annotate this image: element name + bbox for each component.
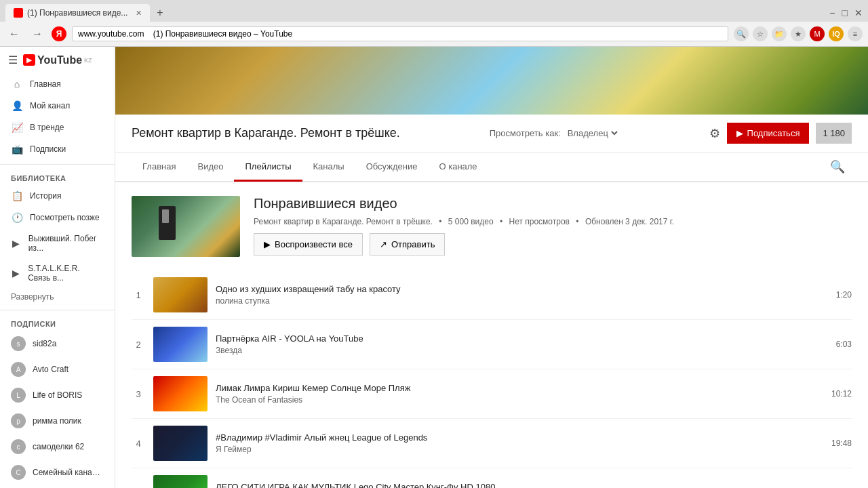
- sidebar-item-history[interactable]: 📋 История: [0, 185, 115, 207]
- browser-iq-icon[interactable]: IQ: [829, 26, 844, 41]
- video-channel-1: Звезда: [216, 346, 828, 355]
- yandex-icon[interactable]: Я: [52, 26, 66, 41]
- tab-channels[interactable]: Каналы: [302, 153, 355, 182]
- video-thumb-text-4: [153, 475, 208, 488]
- main-content: Ремонт квартир в Караганде. Ремонт в трё…: [115, 47, 868, 488]
- back-btn[interactable]: ←: [5, 26, 23, 41]
- video-duration-1: 6:03: [836, 340, 852, 349]
- channel-search-icon[interactable]: 🔍: [823, 152, 852, 181]
- history-icon: 📋: [11, 190, 23, 201]
- video-item-0[interactable]: 1 Одно из худших извращений табу на крас…: [132, 270, 852, 320]
- browser-menu-btn[interactable]: ≡: [848, 26, 863, 41]
- browser-action-icons: 🔍 ☆ 📁 ★ М IQ ≡: [734, 26, 863, 41]
- subscription-list: s sid82a A Avto Craft L Life of BORIS р …: [0, 331, 115, 488]
- sidebar-item-sub-6[interactable]: Ж Живет мужик в дере...: [0, 485, 115, 488]
- subscribe-btn[interactable]: ▶ Подписаться: [727, 123, 810, 144]
- video-item-4[interactable]: 5 ЛЕГО СИТИ ИГРА КАК МУЛЬТИК Lego City М…: [132, 468, 852, 488]
- hamburger-icon[interactable]: ☰: [8, 54, 18, 66]
- expand-btn[interactable]: Развернуть: [0, 288, 115, 306]
- channel-settings-icon[interactable]: ⚙: [709, 126, 720, 141]
- tab-close-btn[interactable]: ✕: [136, 9, 142, 18]
- video-num-1: 2: [132, 340, 145, 350]
- playlist-video-count: 5 000 видео: [448, 217, 502, 226]
- play-all-btn[interactable]: ▶ Воспроизвести все: [254, 233, 363, 256]
- close-btn[interactable]: ✕: [854, 7, 863, 18]
- video-duration-2: 10:12: [831, 389, 852, 399]
- sub-icon-0: s: [11, 336, 26, 351]
- video-item-3[interactable]: 4 #Владимир #Vladimir Алый жнец League o…: [132, 419, 852, 468]
- video-duration-3: 19:48: [831, 439, 852, 448]
- browser-user-icon[interactable]: М: [810, 26, 825, 41]
- playlist-1-icon: ▶: [11, 238, 22, 249]
- video-thumb-text-0: [153, 277, 208, 312]
- browser-action-3[interactable]: 📁: [772, 26, 787, 41]
- send-btn[interactable]: ↗ Отправить: [370, 233, 445, 256]
- sidebar-item-sub-2[interactable]: L Life of BORIS: [0, 382, 115, 408]
- video-list: 1 Одно из худших извращений табу на крас…: [115, 270, 868, 488]
- video-channel-3: Я Геймер: [216, 445, 823, 454]
- channel-actions: ⚙ ▶ Подписаться 1 180: [709, 123, 852, 144]
- tab-bar: (1) Понравившиеся виде... ✕ + − □ ✕: [0, 0, 868, 22]
- sub-label-1: Avto Craft: [33, 365, 104, 374]
- video-item-2[interactable]: 3 Лимак Лимра Кириш Кемер Солнце Море Пл…: [132, 369, 852, 419]
- video-title-1: Партнёрка AIR - YOOLA на YouTube: [216, 333, 828, 344]
- sidebar-item-playlist-1[interactable]: ▶ Выживший. Побег из...: [0, 228, 115, 258]
- sidebar-item-my-channel[interactable]: 👤 Мой канал: [0, 95, 115, 117]
- tab-discussion[interactable]: Обсуждение: [355, 153, 429, 182]
- video-details-3: #Владимир #Vladimir Алый жнец League of …: [216, 432, 823, 454]
- maximize-btn[interactable]: □: [842, 7, 848, 18]
- video-channel-2: The Ocean of Fantasies: [216, 395, 823, 405]
- yt-logo-icon: ▶: [23, 54, 35, 66]
- minimize-btn[interactable]: −: [829, 7, 835, 18]
- video-thumb-4: [153, 475, 208, 488]
- sidebar-item-sub-0[interactable]: s sid82a: [0, 331, 115, 357]
- sidebar-item-sub-3[interactable]: р римма полик: [0, 408, 115, 434]
- video-num-3: 4: [132, 439, 145, 449]
- forward-btn[interactable]: →: [28, 26, 46, 41]
- new-tab-btn[interactable]: +: [153, 5, 167, 20]
- subscriptions-icon: 📺: [11, 144, 23, 155]
- subscriber-count: 1 180: [816, 123, 852, 144]
- sub-icon-3: р: [11, 413, 26, 428]
- video-details-2: Лимак Лимра Кириш Кемер Солнце Море Пляж…: [216, 383, 823, 405]
- sidebar-item-sub-5[interactable]: С Семейный канал Рум...: [0, 460, 115, 485]
- send-icon: ↗: [380, 239, 387, 249]
- tab-home[interactable]: Главная: [132, 153, 186, 182]
- playlist-thumb-image: [132, 196, 240, 257]
- video-num-0: 1: [132, 290, 145, 300]
- subscribe-icon: ▶: [736, 128, 743, 138]
- video-duration-0: 1:20: [836, 290, 852, 300]
- watch-later-icon: 🕐: [11, 212, 23, 223]
- video-channel-0: полина ступка: [216, 296, 828, 306]
- sub-label-3: римма полик: [33, 416, 104, 426]
- sidebar-item-sub-1[interactable]: A Avto Craft: [0, 357, 115, 382]
- browser-action-2[interactable]: ☆: [753, 26, 768, 41]
- sub-icon-4: с: [11, 439, 26, 454]
- tab-about[interactable]: О канале: [428, 153, 488, 182]
- sidebar-item-trending[interactable]: 📈 В тренде: [0, 117, 115, 138]
- video-title-0: Одно из худших извращений табу на красот…: [216, 284, 828, 294]
- address-input[interactable]: [72, 26, 728, 41]
- tab-playlists[interactable]: Плейлисты: [234, 153, 302, 182]
- sidebar-item-watch-later[interactable]: 🕐 Посмотреть позже: [0, 207, 115, 228]
- playlist-header: Понравившиеся видео Ремонт квартир в Кар…: [115, 182, 868, 270]
- sidebar-item-playlist-2[interactable]: ▶ S.T.A.L.K.E.R. Связь в...: [0, 258, 115, 288]
- yt-logo[interactable]: ▶ YouTube KZ: [23, 54, 92, 66]
- video-item-1[interactable]: 2 Партнёрка AIR - YOOLA на YouTube Звезд…: [132, 320, 852, 369]
- tab-videos[interactable]: Видео: [186, 153, 234, 182]
- sidebar: ☰ ▶ YouTube KZ ⌂ Главная 👤 Мой канал 📈 В…: [0, 47, 115, 488]
- playlist-thumb-figure: [159, 206, 176, 240]
- sub-label-2: Life of BORIS: [33, 390, 104, 400]
- sub-icon-5: С: [11, 465, 26, 480]
- library-section-title: БИБЛИОТЕКА: [0, 169, 115, 185]
- sidebar-item-home[interactable]: ⌂ Главная: [0, 73, 115, 95]
- sidebar-item-subscriptions[interactable]: 📺 Подписки: [0, 138, 115, 160]
- browser-action-4[interactable]: ★: [791, 26, 806, 41]
- active-tab[interactable]: (1) Понравившиеся виде... ✕: [5, 4, 150, 22]
- tab-title: (1) Понравившиеся виде...: [27, 8, 127, 18]
- view-as-select[interactable]: Владелец: [565, 127, 620, 139]
- sidebar-item-sub-4[interactable]: с самоделки 62: [0, 434, 115, 460]
- sidebar-divider-1: [0, 164, 115, 165]
- video-num-2: 3: [132, 389, 145, 399]
- browser-action-1[interactable]: 🔍: [734, 26, 749, 41]
